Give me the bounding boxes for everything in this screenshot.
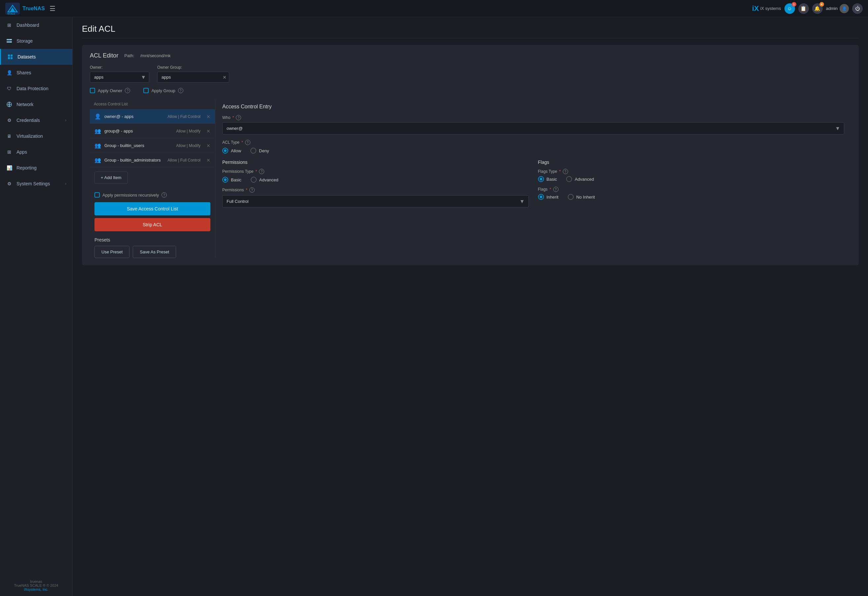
acl-type-allow-label: Allow — [231, 148, 241, 153]
flags-section-title: Flags — [538, 160, 844, 165]
owner-group-clear-icon[interactable]: ✕ — [223, 75, 227, 80]
sidebar-brand-link[interactable]: iXsystems, Inc. — [24, 587, 49, 592]
tasks-button[interactable]: ☺ 1 — [784, 3, 795, 14]
topbar-left: SCALE TrueNAS ☰ — [5, 3, 56, 15]
topbar-right: iX iX systems ☺ 1 📋 🔔 4 admin 👤 ⏻ — [752, 3, 863, 14]
sidebar-item-network[interactable]: Network — [0, 96, 72, 112]
strip-acl-button[interactable]: Strip ACL — [94, 218, 210, 231]
owner-label: Owner: — [90, 65, 149, 70]
who-help-icon[interactable]: ? — [236, 115, 241, 120]
credentials-icon: ⚙ — [6, 117, 13, 124]
apply-owner-checkbox[interactable] — [90, 88, 95, 93]
perm-type-help-icon[interactable]: ? — [259, 169, 264, 174]
acl-entry-2-delete-icon[interactable]: ✕ — [207, 129, 210, 134]
flags-type-required-star: * — [559, 169, 561, 174]
sidebar-item-virtualization[interactable]: 🖥 Virtualization — [0, 128, 72, 144]
user-menu[interactable]: admin 👤 — [826, 4, 849, 13]
alerts-button[interactable]: 🔔 4 — [812, 3, 823, 14]
sidebar-item-shares[interactable]: 👤 Shares — [0, 65, 72, 81]
tasks-badge: 1 — [792, 2, 796, 7]
acl-type-deny-label: Deny — [259, 148, 269, 153]
perm-basic-radio[interactable] — [222, 177, 228, 183]
topbar-logo: SCALE TrueNAS — [5, 3, 45, 15]
jobs-button[interactable]: 📋 — [798, 3, 809, 14]
topbar: SCALE TrueNAS ☰ iX iX systems ☺ 1 📋 🔔 4 … — [0, 0, 868, 17]
acl-entry-4-delete-icon[interactable]: ✕ — [207, 158, 210, 163]
sidebar-item-credentials[interactable]: ⚙ Credentials › — [0, 112, 72, 128]
virtualization-icon: 🖥 — [6, 133, 13, 139]
owner-row: Owner: apps ▼ Owner Group: ✕ — [90, 65, 851, 83]
svg-point-6 — [10, 39, 11, 40]
owner-group-input[interactable] — [157, 72, 229, 83]
perm-advanced-radio[interactable] — [251, 177, 257, 183]
acl-type-deny-radio[interactable] — [250, 148, 256, 154]
flags-basic-label: Basic — [547, 177, 557, 182]
flags-section: Flags Flags Type * ? Basic — [538, 160, 844, 207]
apply-row: Apply Owner ? Apply Group ? — [90, 88, 851, 93]
flags-no-inherit[interactable]: No Inherit — [568, 194, 595, 200]
apply-recursive-row: Apply permissions recursively ? — [94, 192, 210, 198]
acl-type-help-icon[interactable]: ? — [245, 140, 250, 145]
acl-entry-4-icon: 👥 — [94, 157, 101, 163]
acl-entry-1[interactable]: 👤 owner@ - apps Allow | Full Control ✕ — [90, 109, 215, 124]
system-settings-icon: ⚙ — [6, 180, 13, 187]
acl-entry-3-delete-icon[interactable]: ✕ — [207, 143, 210, 148]
sidebar-item-storage[interactable]: Storage — [0, 33, 72, 49]
apply-owner-help-icon[interactable]: ? — [125, 88, 130, 93]
apply-recursive-help-icon[interactable]: ? — [161, 192, 167, 198]
acl-type-radio-group: Allow Deny — [222, 148, 844, 154]
flags-type-help-icon[interactable]: ? — [563, 169, 568, 174]
svg-rect-11 — [10, 57, 13, 59]
use-preset-button[interactable]: Use Preset — [94, 246, 130, 258]
acl-entry-1-name: owner@ - apps — [104, 114, 164, 119]
flags-advanced[interactable]: Advanced — [566, 176, 594, 182]
menu-toggle-icon[interactable]: ☰ — [50, 4, 56, 13]
save-acl-button[interactable]: Save Access Control List — [94, 202, 210, 215]
flags-required-star: * — [550, 187, 551, 192]
acl-entry-2[interactable]: 👥 group@ - apps Allow | Modify ✕ — [90, 124, 215, 138]
acl-type-allow-radio[interactable] — [222, 148, 228, 154]
flags-basic[interactable]: Basic — [538, 176, 557, 182]
flags-no-inherit-radio[interactable] — [568, 194, 574, 200]
flags-inherit[interactable]: Inherit — [538, 194, 558, 200]
flags-advanced-radio[interactable] — [566, 176, 572, 182]
perm-advanced[interactable]: Advanced — [251, 177, 278, 183]
power-button[interactable]: ⏻ — [852, 3, 863, 14]
acl-body: Access Control List 👤 owner@ - apps Allo… — [90, 99, 851, 258]
sidebar-item-system-settings[interactable]: ⚙ System Settings › — [0, 176, 72, 192]
acl-entry-2-name: group@ - apps — [104, 129, 173, 133]
acl-entry-4-name: Group - builtin_administrators — [104, 158, 164, 163]
permissions-select[interactable]: Full Control Modify Read Write Execute — [222, 195, 529, 207]
ace-column: Access Control Entry Who * ? owner@ grou… — [216, 99, 851, 258]
truenas-brand-text: TrueNAS — [22, 6, 45, 12]
sidebar-item-apps[interactable]: ⊞ Apps — [0, 144, 72, 160]
owner-select[interactable]: apps — [90, 72, 149, 83]
acl-type-allow[interactable]: Allow — [222, 148, 241, 154]
svg-point-7 — [10, 41, 11, 42]
flags-inherit-radio[interactable] — [538, 194, 544, 200]
flags-help-icon[interactable]: ? — [553, 187, 558, 192]
acl-entry-3[interactable]: 👥 Group - builtin_users Allow | Modify ✕ — [90, 138, 215, 153]
sidebar-item-dashboard[interactable]: ⊞ Dashboard — [0, 17, 72, 33]
save-as-preset-button[interactable]: Save As Preset — [133, 246, 176, 258]
add-item-button[interactable]: + Add Item — [94, 172, 128, 184]
sidebar-item-reporting[interactable]: 📊 Reporting — [0, 160, 72, 176]
acl-entry-1-delete-icon[interactable]: ✕ — [207, 114, 210, 119]
owner-field: Owner: apps ▼ — [90, 65, 149, 83]
who-select[interactable]: owner@ group@ everyone@ user group — [222, 122, 844, 135]
truenas-logo-icon: SCALE — [5, 3, 20, 15]
acl-entry-3-perm: Allow | Modify — [176, 143, 201, 148]
owner-group-field: Owner Group: ✕ — [157, 65, 229, 83]
sidebar-item-data-protection[interactable]: 🛡 Data Protection — [0, 81, 72, 96]
flags-basic-radio[interactable] — [538, 176, 544, 182]
permissions-help-icon[interactable]: ? — [249, 187, 255, 192]
apply-recursive-checkbox[interactable] — [94, 192, 100, 198]
apply-group-checkbox[interactable] — [143, 88, 149, 93]
acl-list-bottom: Apply permissions recursively ? Save Acc… — [90, 188, 215, 258]
acl-entry-4[interactable]: 👥 Group - builtin_administrators Allow |… — [90, 153, 215, 167]
apply-group-help-icon[interactable]: ? — [178, 88, 183, 93]
acl-path-value: /mnt/second/mk — [140, 53, 171, 58]
acl-type-deny[interactable]: Deny — [250, 148, 269, 154]
perm-basic[interactable]: Basic — [222, 177, 241, 183]
sidebar-item-datasets[interactable]: Datasets — [0, 49, 72, 65]
